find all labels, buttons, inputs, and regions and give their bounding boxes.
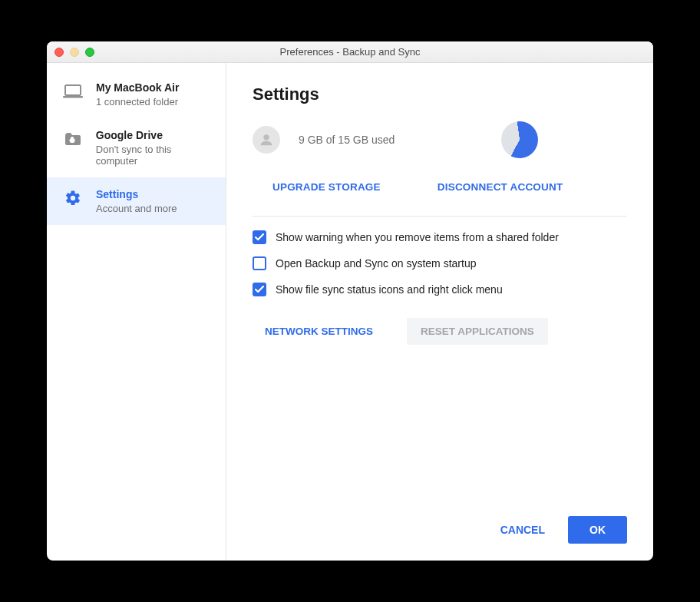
gear-icon: [62, 190, 84, 207]
preferences-window: Preferences - Backup and Sync My MacBook…: [47, 41, 653, 561]
disconnect-account-button[interactable]: DISCONNECT ACCOUNT: [436, 177, 565, 197]
sidebar-item-google-drive[interactable]: Google Drive Don't sync to this computer: [47, 118, 226, 177]
storage-actions: UPGRADE STORAGE DISCONNECT ACCOUNT: [271, 177, 627, 197]
sidebar: My MacBook Air 1 connected folder Google…: [47, 63, 226, 561]
checkbox-label: Open Backup and Sync on system startup: [276, 257, 476, 270]
window-title: Preferences - Backup and Sync: [47, 46, 653, 58]
laptop-icon: [62, 83, 84, 100]
sidebar-item-settings[interactable]: Settings Account and more: [47, 177, 226, 225]
drive-icon: [62, 131, 84, 147]
upgrade-storage-button[interactable]: UPGRADE STORAGE: [271, 177, 382, 197]
main-panel: Settings 9 GB of 15 GB used UPGRADE STOR…: [226, 63, 653, 561]
ok-button[interactable]: OK: [568, 516, 627, 544]
svg-rect-1: [63, 96, 83, 98]
storage-text: 9 GB of 15 GB used: [299, 134, 395, 146]
sidebar-item-subtitle: 1 connected folder: [96, 96, 179, 108]
window-body: My MacBook Air 1 connected folder Google…: [47, 63, 653, 561]
storage-pie-icon: [499, 119, 540, 160]
checkbox-open-on-startup[interactable]: Open Backup and Sync on system startup: [253, 256, 627, 270]
zoom-window-icon[interactable]: [85, 48, 94, 57]
network-settings-button[interactable]: NETWORK SETTINGS: [253, 318, 385, 345]
svg-point-2: [263, 134, 269, 140]
sidebar-item-subtitle: Account and more: [96, 203, 177, 214]
dialog-footer: CANCEL OK: [485, 516, 627, 544]
settings-button-row: NETWORK SETTINGS RESET APPLICATIONS: [253, 318, 627, 345]
sidebar-item-title: Google Drive: [96, 129, 215, 141]
checkbox-empty-icon: [253, 256, 266, 270]
close-window-icon[interactable]: [54, 48, 64, 57]
checkbox-warning-shared-folder[interactable]: Show warning when you remove items from …: [253, 230, 627, 244]
minimize-window-icon: [70, 48, 79, 57]
checkbox-label: Show warning when you remove items from …: [276, 231, 559, 243]
sidebar-item-title: Settings: [96, 188, 177, 200]
avatar: [253, 126, 280, 154]
checkbox-group: Show warning when you remove items from …: [253, 230, 627, 296]
svg-rect-0: [65, 85, 81, 95]
reset-applications-button[interactable]: RESET APPLICATIONS: [407, 318, 548, 345]
divider: [253, 216, 627, 217]
titlebar: Preferences - Backup and Sync: [47, 41, 653, 63]
page-title: Settings: [253, 84, 627, 104]
sidebar-item-subtitle: Don't sync to this computer: [96, 144, 215, 167]
checkbox-label: Show file sync status icons and right cl…: [276, 283, 503, 296]
window-controls: [54, 48, 94, 57]
storage-row: 9 GB of 15 GB used: [253, 121, 627, 158]
checkbox-sync-status-icons[interactable]: Show file sync status icons and right cl…: [253, 283, 627, 296]
checkmark-icon: [253, 230, 266, 244]
checkmark-icon: [253, 283, 266, 296]
sidebar-item-title: My MacBook Air: [96, 81, 179, 94]
sidebar-item-my-computer[interactable]: My MacBook Air 1 connected folder: [47, 71, 226, 118]
cancel-button[interactable]: CANCEL: [485, 516, 560, 544]
